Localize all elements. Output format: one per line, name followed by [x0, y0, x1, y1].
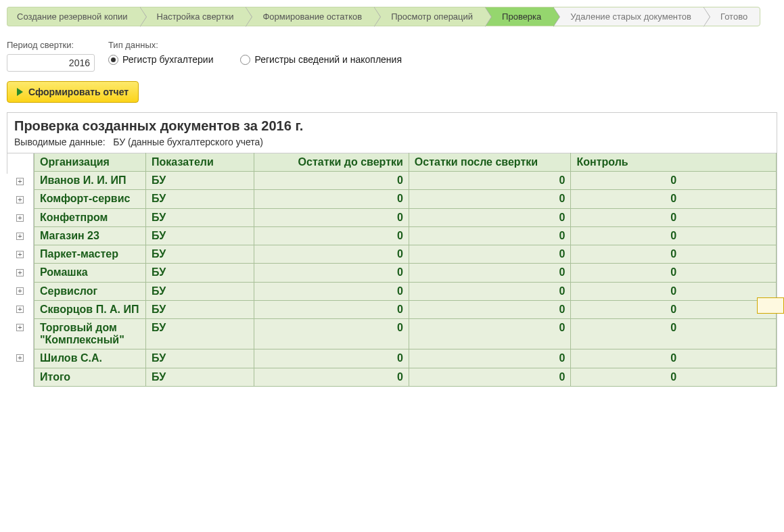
cell-control: 0 — [571, 208, 777, 226]
col-before: Остатки до свертки — [254, 153, 409, 172]
expand-icon[interactable]: + — [16, 214, 24, 222]
cell-indicator: БУ — [146, 300, 254, 318]
cell-control: 0 — [571, 172, 777, 190]
cell-after: 0 — [409, 245, 571, 264]
period-label: Период свертки: — [7, 40, 95, 50]
cell-control: 0 — [571, 190, 777, 208]
expand-icon[interactable]: + — [16, 287, 24, 295]
expand-icon[interactable]: + — [16, 354, 24, 362]
side-tab[interactable] — [757, 297, 784, 314]
cell-indicator: БУ — [146, 349, 254, 368]
generate-report-label: Сформировать отчет — [28, 87, 129, 97]
cell-org: Иванов И. И. ИП — [34, 172, 146, 190]
expand-icon[interactable]: + — [16, 196, 24, 203]
col-control: Контроль — [571, 153, 777, 172]
wizard-step[interactable]: Просмотр операций — [374, 7, 485, 26]
table-row: Паркет-мастерБУ000 — [34, 245, 777, 264]
report-subtitle-value: БУ (данные бухгалтерского учета) — [113, 137, 263, 147]
cell-indicator: БУ — [146, 368, 254, 386]
expand-icon[interactable]: + — [16, 251, 24, 258]
cell-indicator: БУ — [146, 264, 254, 282]
cell-after: 0 — [409, 300, 571, 318]
cell-control: 0 — [571, 264, 777, 282]
controls: Период свертки: Тип данных: Регистр бухг… — [7, 40, 777, 72]
cell-org: Шилов С.А. — [34, 349, 146, 368]
cell-control: 0 — [571, 319, 777, 349]
expand-icon[interactable]: + — [16, 269, 24, 276]
table-row: Комфорт-сервисБУ000 — [34, 190, 777, 208]
col-after: Остатки после свертки — [409, 153, 571, 172]
radio-info[interactable]: Регистры сведений и накопления — [240, 54, 402, 65]
data-type-label: Тип данных: — [108, 40, 402, 50]
cell-control: 0 — [571, 349, 777, 368]
table-row-total: ИтогоБУ000 — [34, 368, 777, 386]
cell-after: 0 — [409, 368, 571, 386]
cell-before: 0 — [254, 245, 409, 264]
wizard-steps: Создание резервной копииНастройка свертк… — [7, 7, 777, 26]
cell-org: Сервислог — [34, 282, 146, 300]
wizard-step[interactable]: Готово — [704, 7, 760, 26]
cell-indicator: БУ — [146, 319, 254, 349]
cell-after: 0 — [409, 349, 571, 368]
period-input[interactable] — [7, 54, 95, 72]
wizard-step[interactable]: Формирование остатков — [246, 7, 374, 26]
cell-before: 0 — [254, 190, 409, 208]
cell-control: 0 — [571, 245, 777, 264]
report-title: Проверка созданных документов за 2016 г. — [14, 118, 770, 134]
cell-before: 0 — [254, 349, 409, 368]
table-row: СервислогБУ000 — [34, 282, 777, 300]
cell-control: 0 — [571, 226, 777, 245]
cell-indicator: БУ — [146, 226, 254, 245]
table-row: Иванов И. И. ИПБУ000 — [34, 172, 777, 190]
cell-org: Итого — [34, 368, 146, 386]
report-table: Организация Показатели Остатки до свертк… — [34, 153, 777, 387]
expand-icon[interactable]: + — [16, 306, 24, 313]
wizard-step[interactable]: Удаление старых документов — [553, 7, 704, 26]
cell-before: 0 — [254, 300, 409, 318]
cell-after: 0 — [409, 264, 571, 282]
cell-after: 0 — [409, 208, 571, 226]
table-row: Магазин 23БУ000 — [34, 226, 777, 245]
table-row: РомашкаБУ000 — [34, 264, 777, 282]
cell-control: 0 — [571, 368, 777, 386]
cell-before: 0 — [254, 226, 409, 245]
cell-control: 0 — [571, 282, 777, 300]
col-indicator: Показатели — [146, 153, 254, 172]
wizard-step[interactable]: Создание резервной копии — [7, 7, 140, 26]
table-header-row: Организация Показатели Остатки до свертк… — [34, 153, 777, 172]
cell-after: 0 — [409, 226, 571, 245]
cell-after: 0 — [409, 190, 571, 208]
table-row: КонфетпромБУ000 — [34, 208, 777, 226]
cell-after: 0 — [409, 282, 571, 300]
radio-selected-icon — [108, 55, 118, 65]
table-row: Шилов С.А.БУ000 — [34, 349, 777, 368]
radio-info-label: Регистры сведений и накопления — [254, 54, 402, 65]
cell-org: Скворцов П. А. ИП — [34, 300, 146, 318]
cell-org: Паркет-мастер — [34, 245, 146, 264]
radio-accounting-label: Регистр бухгалтерии — [122, 54, 213, 65]
cell-after: 0 — [409, 172, 571, 190]
cell-org: Магазин 23 — [34, 226, 146, 245]
cell-org: Торговый дом "Комплексный" — [34, 319, 146, 349]
cell-org: Конфетпром — [34, 208, 146, 226]
cell-indicator: БУ — [146, 190, 254, 208]
col-org: Организация — [34, 153, 146, 172]
cell-org: Комфорт-сервис — [34, 190, 146, 208]
cell-before: 0 — [254, 172, 409, 190]
cell-indicator: БУ — [146, 245, 254, 264]
cell-org: Ромашка — [34, 264, 146, 282]
expand-icon[interactable]: + — [16, 233, 24, 240]
expand-icon[interactable]: + — [16, 324, 24, 331]
radio-unselected-icon — [240, 55, 250, 65]
cell-before: 0 — [254, 264, 409, 282]
play-icon — [17, 88, 23, 96]
generate-report-button[interactable]: Сформировать отчет — [7, 81, 139, 103]
cell-before: 0 — [254, 368, 409, 386]
table-row: Скворцов П. А. ИПБУ000 — [34, 300, 777, 318]
report-subtitle-label: Выводимые данные: — [14, 137, 106, 147]
cell-indicator: БУ — [146, 282, 254, 300]
radio-accounting[interactable]: Регистр бухгалтерии — [108, 54, 213, 65]
wizard-step[interactable]: Проверка — [485, 7, 553, 26]
expand-icon[interactable]: + — [16, 178, 24, 185]
wizard-step[interactable]: Настройка свертки — [140, 7, 246, 26]
